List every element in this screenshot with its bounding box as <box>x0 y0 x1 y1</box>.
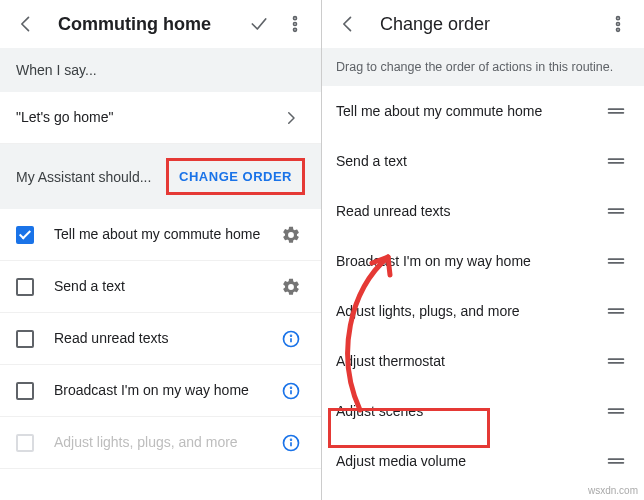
svg-point-14 <box>617 28 620 31</box>
svg-point-2 <box>294 28 297 31</box>
action-checkbox[interactable] <box>16 278 34 296</box>
info-icon[interactable] <box>277 329 305 349</box>
trigger-phrase-label: "Let's go home" <box>16 108 277 127</box>
reorder-row[interactable]: Adjust media volume <box>322 436 644 486</box>
action-list: Tell me about my commute homeSend a text… <box>0 209 321 469</box>
trigger-phrase-row[interactable]: "Let's go home" <box>0 92 321 144</box>
appbar-right: Change order <box>322 0 644 48</box>
reorder-row[interactable]: Adjust thermostat <box>322 336 644 386</box>
info-icon[interactable] <box>277 381 305 401</box>
action-checkbox <box>16 434 34 452</box>
should-header-label: My Assistant should... <box>16 169 151 185</box>
action-row[interactable]: Adjust lights, plugs, and more <box>0 417 321 469</box>
reorder-label: Tell me about my commute home <box>336 103 602 119</box>
page-title: Change order <box>366 14 600 35</box>
action-row[interactable]: Tell me about my commute home <box>0 209 321 261</box>
gear-icon[interactable] <box>277 277 305 297</box>
drag-handle-icon[interactable] <box>602 450 630 472</box>
reorder-label: Adjust lights, plugs, and more <box>336 303 602 319</box>
routine-edit-screen: Commuting home When I say... "Let's go h… <box>0 0 322 500</box>
more-icon[interactable] <box>277 6 313 42</box>
action-checkbox[interactable] <box>16 226 34 244</box>
reorder-label: Adjust thermostat <box>336 353 602 369</box>
drag-handle-icon[interactable] <box>602 350 630 372</box>
action-row[interactable]: Read unread texts <box>0 313 321 365</box>
svg-point-11 <box>291 439 292 440</box>
action-checkbox[interactable] <box>16 382 34 400</box>
reorder-row[interactable]: Read unread texts <box>322 186 644 236</box>
gear-icon[interactable] <box>277 225 305 245</box>
assistant-should-header: My Assistant should... CHANGE ORDER <box>0 144 321 209</box>
drag-handle-icon[interactable] <box>602 400 630 422</box>
drag-handle-icon[interactable] <box>602 200 630 222</box>
svg-point-5 <box>291 335 292 336</box>
reorder-label: Send a text <box>336 153 602 169</box>
action-checkbox[interactable] <box>16 330 34 348</box>
check-icon[interactable] <box>241 6 277 42</box>
action-label: Send a text <box>54 277 277 296</box>
reorder-list: Tell me about my commute homeSend a text… <box>322 86 644 486</box>
reorder-label: Broadcast I'm on my way home <box>336 253 602 269</box>
action-row[interactable]: Send a text <box>0 261 321 313</box>
svg-point-1 <box>294 23 297 26</box>
drag-handle-icon[interactable] <box>602 300 630 322</box>
reorder-row[interactable]: Send a text <box>322 136 644 186</box>
reorder-label: Adjust scenes <box>336 403 602 419</box>
reorder-row[interactable]: Adjust lights, plugs, and more <box>322 286 644 336</box>
watermark: wsxdn.com <box>588 485 638 496</box>
reorder-label: Read unread texts <box>336 203 602 219</box>
change-order-button[interactable]: CHANGE ORDER <box>166 158 305 195</box>
more-icon[interactable] <box>600 6 636 42</box>
appbar-left: Commuting home <box>0 0 321 48</box>
reorder-label: Adjust media volume <box>336 453 602 469</box>
svg-point-13 <box>617 23 620 26</box>
drag-handle-icon[interactable] <box>602 250 630 272</box>
reorder-row[interactable]: Adjust scenes <box>322 386 644 436</box>
drag-handle-icon[interactable] <box>602 100 630 122</box>
action-label: Broadcast I'm on my way home <box>54 381 277 400</box>
change-order-screen: Change order Drag to change the order of… <box>322 0 644 500</box>
svg-point-0 <box>294 17 297 20</box>
action-row[interactable]: Broadcast I'm on my way home <box>0 365 321 417</box>
action-label: Tell me about my commute home <box>54 225 277 244</box>
page-title: Commuting home <box>44 14 241 35</box>
svg-point-12 <box>617 17 620 20</box>
action-label: Read unread texts <box>54 329 277 348</box>
back-icon[interactable] <box>8 6 44 42</box>
action-label: Adjust lights, plugs, and more <box>54 433 277 452</box>
when-i-say-header: When I say... <box>0 48 321 92</box>
drag-handle-icon[interactable] <box>602 150 630 172</box>
reorder-row[interactable]: Tell me about my commute home <box>322 86 644 136</box>
chevron-right-icon <box>277 109 305 127</box>
reorder-row[interactable]: Broadcast I'm on my way home <box>322 236 644 286</box>
info-icon[interactable] <box>277 433 305 453</box>
svg-point-8 <box>291 387 292 388</box>
back-icon[interactable] <box>330 6 366 42</box>
when-header-label: When I say... <box>16 62 97 78</box>
reorder-instruction: Drag to change the order of actions in t… <box>322 48 644 86</box>
